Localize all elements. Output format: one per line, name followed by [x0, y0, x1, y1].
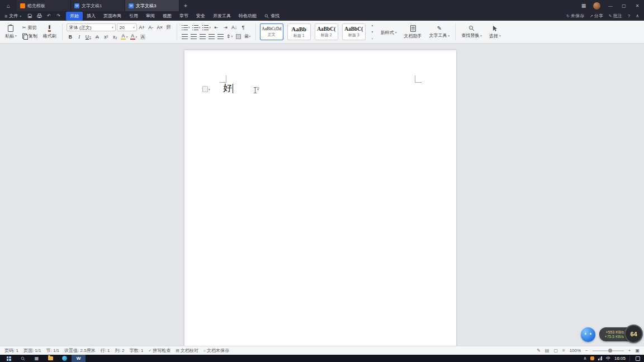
- character-shading-button[interactable]: A: [139, 33, 146, 40]
- paragraph-style-floater[interactable]: ▾: [202, 86, 210, 92]
- fit-page-button[interactable]: ▣: [635, 348, 640, 353]
- paste-button[interactable]: 粘贴▾: [3, 25, 18, 39]
- tray-expand-button[interactable]: ∧: [584, 356, 587, 361]
- zoom-level[interactable]: 100%: [570, 348, 581, 353]
- task-view-button[interactable]: ▦: [30, 355, 44, 362]
- menu-tab-review[interactable]: 审阅: [142, 12, 159, 21]
- spell-check-button[interactable]: ✓ 拼写检查: [148, 347, 171, 354]
- read-mode-icon[interactable]: ▤: [545, 348, 550, 353]
- status-word-count[interactable]: 字数: 1: [129, 347, 143, 354]
- grow-font-button[interactable]: A+: [138, 24, 146, 31]
- share-button[interactable]: ↗ 分享: [590, 13, 603, 19]
- style-heading-1[interactable]: AaBb 标题 1: [287, 23, 311, 40]
- network-monitor-overlay[interactable]: +553 KB/s +75.5 KB/s 64: [599, 325, 643, 344]
- wps-taskbar-button[interactable]: W: [72, 355, 86, 362]
- copy-button[interactable]: 复制: [22, 33, 37, 39]
- doc-unsaved-status[interactable]: ○ 文档未保存: [203, 347, 229, 354]
- menu-tab-dev-tools[interactable]: 开发工具: [209, 12, 235, 21]
- italic-button[interactable]: I: [75, 33, 83, 40]
- notification-center-button[interactable]: [636, 356, 640, 361]
- bullets-button[interactable]: ▾: [181, 24, 191, 31]
- font-size-select[interactable]: 20 ▾: [117, 23, 137, 31]
- style-normal[interactable]: AaBbCcDd 正文: [260, 23, 283, 40]
- align-center-button[interactable]: [190, 33, 198, 40]
- file-explorer-button[interactable]: [44, 355, 58, 362]
- text-tool-button[interactable]: ✎ 文字工具▾: [428, 25, 452, 39]
- collapse-ribbon-button[interactable]: ∧: [636, 13, 639, 18]
- tab-docer-templates[interactable]: 稻壳模板: [17, 0, 71, 11]
- gallery-down-button[interactable]: ▾: [370, 30, 375, 34]
- zoom-in-button[interactable]: +: [628, 348, 631, 353]
- menu-tab-section[interactable]: 章节: [176, 12, 192, 21]
- strikethrough-button[interactable]: A: [93, 33, 101, 40]
- align-left-button[interactable]: [181, 33, 189, 40]
- gallery-more-button[interactable]: ▿: [370, 37, 375, 40]
- shading-button[interactable]: [235, 33, 243, 40]
- zoom-slider-thumb[interactable]: [608, 349, 612, 353]
- clock[interactable]: 16:05: [614, 356, 626, 361]
- menu-tab-special-features[interactable]: 特色功能: [235, 12, 261, 21]
- comment-button[interactable]: ✎ 批注: [609, 13, 622, 19]
- highlight-color-button[interactable]: A ▾: [120, 33, 129, 40]
- cut-button[interactable]: ✂ 剪切: [22, 25, 37, 31]
- menu-tab-view[interactable]: 视图: [159, 12, 176, 21]
- pen-mode-icon[interactable]: ✎: [537, 348, 541, 353]
- close-button[interactable]: ✕: [631, 0, 644, 11]
- menu-tab-insert[interactable]: 插入: [83, 12, 100, 21]
- document-page[interactable]: ▾ 好: [184, 50, 456, 346]
- font-color-button[interactable]: A ▾: [130, 33, 138, 40]
- apps-grid-icon[interactable]: ▦: [577, 3, 590, 8]
- gallery-up-button[interactable]: ▴: [370, 23, 375, 27]
- pinyin-guide-button[interactable]: 拼: [165, 24, 173, 31]
- font-family-select[interactable]: 宋体 (正文) ▾: [67, 23, 116, 31]
- taskbar-search-button[interactable]: [16, 355, 30, 362]
- menu-tab-home[interactable]: 开始: [66, 12, 83, 21]
- help-button[interactable]: ?: [628, 13, 630, 18]
- multilevel-list-button[interactable]: ▾: [202, 24, 211, 31]
- outline-view-icon[interactable]: ≡: [562, 348, 565, 353]
- tab-document-3[interactable]: W 文字文稿3: [125, 0, 179, 11]
- redo-button[interactable]: ↷: [54, 13, 63, 18]
- bold-button[interactable]: B: [67, 33, 74, 40]
- numbering-button[interactable]: ▾: [192, 24, 201, 31]
- start-button[interactable]: [2, 355, 16, 362]
- page-view-icon[interactable]: ▢: [553, 348, 558, 353]
- network-icon[interactable]: [598, 356, 602, 360]
- distribute-button[interactable]: [217, 33, 225, 40]
- align-right-button[interactable]: [199, 33, 207, 40]
- maximize-button[interactable]: ▢: [617, 0, 631, 11]
- user-avatar[interactable]: [593, 2, 600, 9]
- menu-tab-security[interactable]: 安全: [192, 12, 209, 21]
- fps-gauge[interactable]: 64: [624, 325, 643, 343]
- new-style-button[interactable]: 新样式▾: [379, 28, 399, 36]
- menu-tab-references[interactable]: 引用: [125, 12, 142, 21]
- style-heading-2[interactable]: AaBbC( 标题 2: [315, 23, 338, 40]
- doc-proof-button[interactable]: ▤ 文档校对: [176, 347, 198, 354]
- document-area[interactable]: ▾ 好: [0, 44, 644, 346]
- zoom-slider[interactable]: [593, 350, 624, 351]
- wps-assistant-ball[interactable]: [581, 327, 595, 342]
- increase-indent-button[interactable]: ⇥: [221, 24, 229, 31]
- shrink-font-button[interactable]: A-: [147, 24, 155, 31]
- superscript-button[interactable]: x²: [102, 33, 110, 40]
- underline-button[interactable]: U▾: [84, 33, 92, 40]
- print-button[interactable]: [35, 13, 44, 18]
- ime-indicator[interactable]: 中: [606, 355, 610, 361]
- doc-assistant-button[interactable]: 文档助手: [402, 25, 424, 39]
- home-button[interactable]: ⌂: [0, 0, 17, 11]
- borders-button[interactable]: ⊞▾: [244, 33, 252, 40]
- justify-button[interactable]: [208, 33, 216, 40]
- tab-document-1[interactable]: W 文字文稿1: [71, 0, 125, 11]
- find-button[interactable]: 查找: [261, 13, 283, 19]
- browser-button[interactable]: [58, 355, 72, 362]
- show-paragraph-marks-button[interactable]: ¶: [239, 24, 247, 31]
- style-heading-3[interactable]: AaBbC( 标题 3: [342, 23, 366, 40]
- zoom-out-button[interactable]: −: [585, 348, 588, 353]
- line-spacing-button[interactable]: ⇕▾: [226, 33, 234, 40]
- find-replace-button[interactable]: 查找替换▾: [460, 25, 484, 39]
- subscript-button[interactable]: x₂: [111, 33, 119, 40]
- file-menu[interactable]: ≡ 文件 ▾: [0, 13, 26, 19]
- speed-monitor-tray-icon[interactable]: [590, 356, 594, 360]
- document-text-line[interactable]: 好: [223, 83, 233, 94]
- format-painter-button[interactable]: 格式刷: [41, 25, 58, 39]
